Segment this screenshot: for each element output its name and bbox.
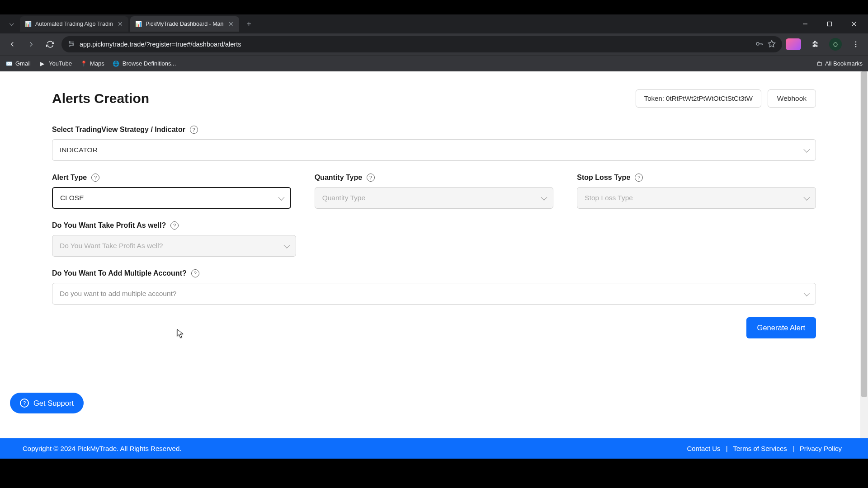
get-support-button[interactable]: ? Get Support — [10, 393, 84, 413]
bookmark-definitions[interactable]: 🌐 Browse Definitions... — [113, 60, 176, 67]
bookmark-label: Browse Definitions... — [123, 60, 176, 67]
svg-point-15 — [855, 41, 857, 42]
tab-1[interactable]: 📊 PickMyTrade Dashboard - Man ✕ — [130, 16, 239, 32]
chevron-down-icon — [804, 194, 808, 202]
generate-alert-button[interactable]: Generate Alert — [746, 317, 816, 338]
bookmark-label: Maps — [90, 60, 104, 67]
maximize-button[interactable] — [819, 17, 840, 31]
select-placeholder: Do You Want Take Profit As well? — [60, 242, 163, 250]
select-placeholder: Stop Loss Type — [585, 194, 633, 202]
strategy-label: Select TradingView Strategy / Indicator — [52, 126, 185, 134]
bookmark-star-icon[interactable] — [768, 40, 776, 49]
stop-loss-label: Stop Loss Type — [577, 174, 630, 182]
reload-button[interactable] — [42, 37, 58, 52]
minimize-button[interactable] — [795, 17, 816, 31]
site-settings-icon[interactable] — [68, 40, 75, 49]
chevron-down-icon — [278, 194, 283, 202]
alert-type-label: Alert Type — [52, 174, 87, 182]
bookmark-youtube[interactable]: ▶ YouTube — [39, 60, 72, 67]
alert-type-select[interactable]: CLOSE — [52, 187, 291, 209]
gmail-icon: ✉️ — [5, 60, 13, 67]
tab-0[interactable]: 📊 Automated Trading Algo Tradin ✕ — [20, 16, 128, 32]
tab-title: PickMyTrade Dashboard - Man — [146, 21, 224, 27]
back-button[interactable] — [5, 37, 20, 52]
extensions-button[interactable] — [807, 37, 823, 52]
svg-rect-1 — [828, 22, 832, 26]
bookmark-label: YouTube — [49, 60, 72, 67]
contact-link[interactable]: Contact Us — [683, 445, 724, 452]
help-icon[interactable]: ? — [190, 126, 198, 134]
quantity-type-label: Quantity Type — [315, 174, 363, 182]
help-icon[interactable]: ? — [91, 174, 99, 182]
footer: Copyright © 2024 PickMyTrade. All Rights… — [0, 438, 868, 459]
webhook-button[interactable]: Webhook — [768, 89, 816, 108]
terms-link[interactable]: Terms of Services — [730, 445, 791, 452]
favicon-icon: 📊 — [135, 20, 142, 28]
help-icon[interactable]: ? — [191, 269, 199, 277]
bookmark-label: Gmail — [15, 60, 31, 67]
take-profit-label: Do You Want Take Profit As well? — [52, 221, 166, 230]
select-value: INDICATOR — [60, 146, 98, 154]
svg-point-10 — [756, 42, 759, 45]
svg-point-6 — [69, 45, 71, 46]
multi-account-label: Do You Want To Add Multiple Account? — [52, 269, 187, 277]
quantity-type-select[interactable]: Quantity Type — [315, 187, 554, 209]
password-icon[interactable] — [755, 40, 763, 49]
multi-account-select[interactable]: Do you want to add multiple account? — [52, 283, 816, 305]
extension-icon[interactable] — [786, 38, 801, 50]
profile-avatar[interactable]: O — [829, 38, 842, 51]
page-title: Alerts Creation — [52, 91, 149, 106]
bookmark-maps[interactable]: 📍 Maps — [80, 60, 104, 67]
scrollbar[interactable] — [860, 71, 868, 459]
svg-point-5 — [73, 43, 74, 44]
support-icon: ? — [20, 399, 29, 408]
folder-icon: 🗀 — [816, 60, 822, 67]
chevron-down-icon — [284, 242, 288, 250]
tab-search-dropdown[interactable] — [4, 17, 18, 31]
maps-icon: 📍 — [80, 60, 87, 67]
all-bookmarks-label: All Bookmarks — [825, 60, 863, 67]
youtube-icon: ▶ — [39, 60, 46, 67]
scroll-thumb[interactable] — [861, 71, 867, 397]
help-icon[interactable]: ? — [635, 174, 643, 182]
svg-point-4 — [69, 41, 71, 42]
url-text: app.pickmytrade.trade/?register=true#/da… — [80, 41, 750, 48]
close-icon[interactable]: ✕ — [117, 20, 124, 28]
chevron-down-icon — [804, 290, 808, 298]
help-icon[interactable]: ? — [170, 221, 179, 230]
copyright-text: Copyright © 2024 PickMyTrade. All Rights… — [23, 445, 181, 452]
globe-icon: 🌐 — [113, 60, 120, 67]
help-icon[interactable]: ? — [367, 174, 375, 182]
forward-button[interactable] — [24, 37, 39, 52]
menu-button[interactable] — [848, 37, 863, 52]
support-label: Get Support — [33, 399, 74, 408]
svg-point-16 — [855, 44, 857, 45]
favicon-icon: 📊 — [24, 20, 32, 28]
browser-chrome: 📊 Automated Trading Algo Tradin ✕ 📊 Pick… — [0, 14, 868, 71]
address-bar[interactable]: app.pickmytrade.trade/?register=true#/da… — [61, 36, 782, 52]
select-placeholder: Quantity Type — [322, 194, 365, 202]
all-bookmarks-button[interactable]: 🗀 All Bookmarks — [816, 60, 863, 67]
strategy-select[interactable]: INDICATOR — [52, 139, 816, 161]
select-placeholder: Do you want to add multiple account? — [60, 290, 177, 298]
select-value: CLOSE — [60, 194, 84, 202]
close-icon[interactable]: ✕ — [227, 20, 235, 28]
svg-point-17 — [855, 46, 857, 47]
svg-marker-14 — [769, 40, 775, 47]
bookmark-gmail[interactable]: ✉️ Gmail — [5, 60, 31, 67]
privacy-link[interactable]: Privacy Policy — [796, 445, 845, 452]
chevron-down-icon — [804, 146, 808, 154]
window-close-button[interactable] — [844, 17, 864, 31]
stop-loss-select[interactable]: Stop Loss Type — [577, 187, 816, 209]
token-display[interactable]: Token: 0tRtPtWt2tPtWtOtCtStCt3tW — [636, 89, 761, 108]
tab-title: Automated Trading Algo Tradin — [35, 21, 113, 27]
take-profit-select[interactable]: Do You Want Take Profit As well? — [52, 235, 296, 257]
new-tab-button[interactable]: + — [243, 18, 255, 30]
chevron-down-icon — [541, 194, 546, 202]
